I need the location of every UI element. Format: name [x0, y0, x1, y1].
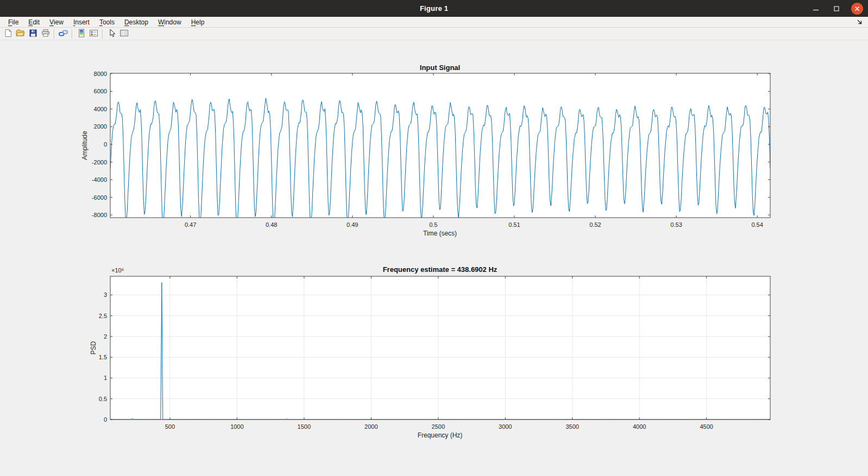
dock-figure-button[interactable]: [855, 18, 864, 26]
property-inspector-icon: [119, 29, 129, 39]
plot1-title: Input Signal: [420, 64, 460, 72]
property-inspector-button[interactable]: [118, 28, 130, 39]
save-figure-button[interactable]: [27, 28, 39, 39]
y-tick-label: 3: [104, 291, 107, 298]
x-tick-label: 0.49: [347, 221, 358, 228]
insert-legend-button[interactable]: [88, 28, 99, 39]
plots-svg: 0.470.480.490.50.510.520.530.54800060004…: [0, 40, 868, 476]
y-tick-label: -2000: [92, 159, 107, 166]
menubar: FileEditViewInsertToolsDesktopWindowHelp: [0, 17, 868, 28]
toolbar-separator: [54, 29, 55, 39]
menu-tools[interactable]: Tools: [95, 18, 119, 27]
edit-plot-button[interactable]: [106, 28, 117, 39]
new-figure-icon: [4, 29, 12, 39]
insert-colorbar-icon: [77, 29, 86, 39]
x-tick-label: 2000: [364, 423, 378, 430]
plot1-axes: 0.470.480.490.50.510.520.530.54800060004…: [92, 71, 770, 228]
close-icon: [854, 5, 860, 12]
x-tick-label: 0.5: [429, 221, 437, 228]
toolbar-separator: [102, 29, 103, 39]
axes-background: [110, 73, 770, 218]
plot1-ylabel: Amplitude: [81, 131, 89, 160]
y-tick-label: 8000: [94, 71, 107, 77]
plot2-ylabel: PSD: [90, 341, 97, 354]
figure-window: Figure 1 FileEditViewInsertToolsDesktopW…: [0, 0, 868, 476]
plot2-xlabel: Frequency (Hz): [418, 431, 463, 439]
open-file-icon: [16, 29, 25, 39]
print-figure-icon: [41, 29, 50, 39]
edit-plot-icon: [108, 29, 116, 39]
x-tick-label: 1500: [298, 423, 311, 430]
save-figure-icon: [29, 29, 37, 39]
menu-desktop[interactable]: Desktop: [119, 18, 153, 27]
menu-insert[interactable]: Insert: [68, 18, 95, 27]
open-file-button[interactable]: [15, 28, 26, 39]
y-tick-label: -6000: [92, 194, 107, 201]
y-tick-label: 1: [104, 375, 107, 381]
insert-legend-icon: [89, 29, 98, 39]
plot1-xlabel: Time (secs): [423, 230, 457, 237]
x-tick-label: 0.53: [670, 221, 682, 228]
menu-view[interactable]: View: [45, 18, 68, 27]
x-tick-label: 1000: [230, 423, 243, 430]
y-tick-label: 2.5: [99, 313, 107, 319]
x-tick-label: 0.51: [508, 221, 520, 228]
window-title: Figure 1: [420, 4, 448, 12]
y-tick-label: 0.5: [99, 396, 107, 402]
plot2-axes: 5001000150020002500300035004000450000.51…: [99, 276, 770, 430]
x-tick-label: 3500: [566, 423, 579, 430]
x-tick-label: 3000: [499, 423, 512, 430]
axes-background: [110, 276, 770, 420]
y-tick-label: -4000: [92, 176, 107, 183]
window-controls: [810, 0, 863, 17]
titlebar[interactable]: Figure 1: [0, 0, 868, 17]
y-tick-label: 6000: [94, 88, 107, 94]
insert-colorbar-button[interactable]: [76, 28, 87, 39]
minimize-button[interactable]: [810, 3, 822, 15]
plot2-title: Frequency estimate = 438.6902 Hz: [383, 265, 498, 274]
print-figure-button[interactable]: [40, 28, 51, 39]
x-tick-label: 0.52: [589, 221, 601, 228]
plot2-y-exponent-label: ×10⁶: [111, 267, 124, 274]
y-tick-label: 4000: [94, 106, 107, 112]
maximize-button[interactable]: [831, 3, 842, 15]
minimize-icon: [813, 5, 819, 12]
x-tick-label: 2500: [432, 423, 445, 430]
link-plot-icon: [59, 29, 68, 39]
y-tick-label: 2000: [94, 123, 107, 130]
link-plot-button[interactable]: [58, 28, 69, 39]
figure-canvas: 0.470.480.490.50.510.520.530.54800060004…: [0, 40, 868, 476]
close-button[interactable]: [851, 3, 863, 15]
x-tick-label: 0.47: [185, 221, 196, 228]
y-tick-label: 2: [104, 333, 107, 340]
y-tick-label: 1.5: [99, 354, 107, 360]
toolbar: [0, 28, 868, 40]
menu-file[interactable]: File: [3, 18, 23, 27]
menu-window[interactable]: Window: [153, 18, 186, 27]
x-tick-label: 4000: [633, 423, 646, 430]
x-tick-label: 500: [165, 423, 175, 430]
maximize-icon: [833, 5, 840, 12]
new-figure-button[interactable]: [2, 28, 14, 39]
y-tick-label: 0: [104, 141, 107, 148]
x-tick-label: 0.54: [751, 221, 763, 228]
dock-arrow-icon: [857, 19, 863, 25]
toolbar-separator: [72, 29, 73, 39]
y-tick-label: 0: [104, 416, 107, 423]
menu-help[interactable]: Help: [186, 18, 210, 27]
menu-edit[interactable]: Edit: [23, 18, 45, 27]
x-tick-label: 4500: [700, 423, 713, 430]
y-tick-label: -8000: [92, 212, 107, 218]
x-tick-label: 0.48: [266, 221, 277, 228]
